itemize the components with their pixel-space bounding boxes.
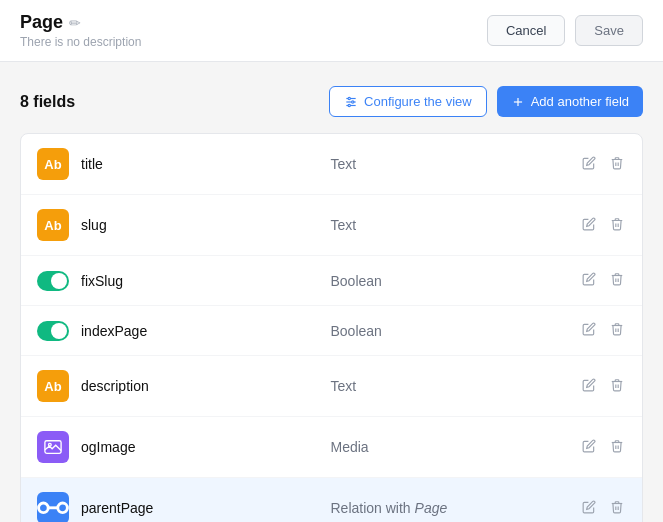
configure-view-button[interactable]: Configure the view (329, 86, 487, 117)
edit-field-icon[interactable] (580, 498, 598, 519)
add-field-button[interactable]: Add another field (497, 86, 643, 117)
svg-point-3 (348, 97, 350, 99)
delete-field-icon[interactable] (608, 320, 626, 341)
field-name: indexPage (81, 323, 331, 339)
field-actions (580, 376, 626, 397)
field-name: ogImage (81, 439, 331, 455)
field-name: fixSlug (81, 273, 331, 289)
field-name: title (81, 156, 331, 172)
field-type: Text (331, 217, 581, 233)
table-row: ogImage Media (21, 417, 642, 478)
field-toggle-icon (37, 271, 69, 291)
save-button[interactable]: Save (575, 15, 643, 46)
svg-point-5 (348, 104, 350, 106)
field-name: parentPage (81, 500, 331, 516)
edit-field-icon[interactable] (580, 270, 598, 291)
table-row: Ab slug Text (21, 195, 642, 256)
delete-field-icon[interactable] (608, 270, 626, 291)
page-description: There is no description (20, 35, 141, 49)
table-row: fixSlug Boolean (21, 256, 642, 306)
configure-view-label: Configure the view (364, 94, 472, 109)
edit-field-icon[interactable] (580, 154, 598, 175)
field-type: Text (331, 378, 581, 394)
fields-count: 8 fields (20, 93, 75, 111)
field-actions (580, 498, 626, 519)
field-type-icon: Ab (37, 370, 69, 402)
table-row: Ab title Text (21, 134, 642, 195)
field-type-icon: Ab (37, 209, 69, 241)
header-actions: Configure the view Add another field (329, 86, 643, 117)
field-name: description (81, 378, 331, 394)
field-toggle-icon (37, 321, 69, 341)
field-type: Text (331, 156, 581, 172)
field-name: slug (81, 217, 331, 233)
field-actions (580, 154, 626, 175)
table-row: parentPage Relation with Page (21, 478, 642, 522)
table-row: Ab description Text (21, 356, 642, 417)
edit-field-icon[interactable] (580, 215, 598, 236)
edit-field-icon[interactable] (580, 437, 598, 458)
field-type: Boolean (331, 273, 581, 289)
svg-point-11 (58, 503, 68, 513)
page-title-row: Page ✏ (20, 12, 141, 33)
edit-title-icon[interactable]: ✏ (69, 15, 81, 31)
add-field-label: Add another field (531, 94, 629, 109)
field-actions (580, 270, 626, 291)
plus-icon (511, 95, 525, 109)
field-actions (580, 320, 626, 341)
field-relation-icon (37, 492, 69, 522)
top-bar: Page ✏ There is no description Cancel Sa… (0, 0, 663, 62)
fields-table: Ab title Text Ab slug Text (20, 133, 643, 522)
sliders-icon (344, 95, 358, 109)
top-actions: Cancel Save (487, 15, 643, 46)
field-type: Boolean (331, 323, 581, 339)
field-type: Media (331, 439, 581, 455)
field-media-icon (37, 431, 69, 463)
delete-field-icon[interactable] (608, 498, 626, 519)
field-type-icon: Ab (37, 148, 69, 180)
svg-point-4 (352, 100, 354, 102)
edit-field-icon[interactable] (580, 376, 598, 397)
main-content: 8 fields Configure the view Add an (0, 62, 663, 522)
delete-field-icon[interactable] (608, 215, 626, 236)
page-title: Page (20, 12, 63, 33)
field-type: Relation with Page (331, 500, 581, 516)
cancel-button[interactable]: Cancel (487, 15, 565, 46)
delete-field-icon[interactable] (608, 437, 626, 458)
delete-field-icon[interactable] (608, 376, 626, 397)
delete-field-icon[interactable] (608, 154, 626, 175)
page-title-area: Page ✏ There is no description (20, 12, 141, 49)
field-actions (580, 437, 626, 458)
table-row: indexPage Boolean (21, 306, 642, 356)
svg-point-10 (39, 503, 49, 513)
edit-field-icon[interactable] (580, 320, 598, 341)
fields-header: 8 fields Configure the view Add an (20, 86, 643, 117)
field-actions (580, 215, 626, 236)
